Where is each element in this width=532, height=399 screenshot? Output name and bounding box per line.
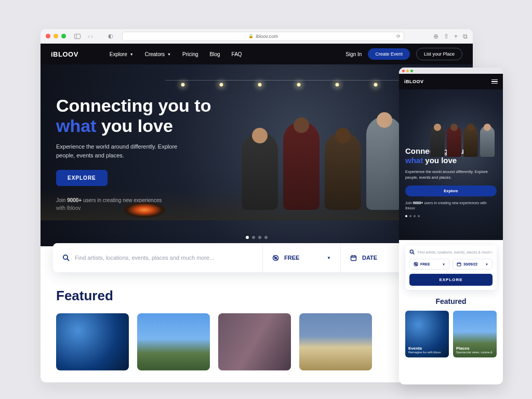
search-input[interactable] <box>418 250 493 254</box>
featured-heading: Featured <box>405 297 497 305</box>
featured-heading: Featured <box>56 288 457 304</box>
svg-rect-0 <box>75 34 81 38</box>
traffic-lights <box>46 34 66 38</box>
people-graphic <box>426 105 499 157</box>
search-icon <box>409 249 415 255</box>
mobile-hero: Connecting you to what you love Experien… <box>399 89 503 240</box>
mobile-browser-window: iBLOOV Connecting you to what you love E… <box>399 68 503 384</box>
search-input-cell[interactable] <box>53 243 263 272</box>
hero-subtext: Experience the world around differently.… <box>405 169 497 180</box>
calendar-icon <box>457 262 461 267</box>
hero-join-text: Join 9000+ users in creating new experie… <box>405 201 497 211</box>
featured-card[interactable] <box>137 313 210 370</box>
browser-chrome: ‹ › ◐ 🔒 ibloov.com ⟳ ⊕ ⇧ + ⧉ <box>41 29 473 44</box>
search-icon <box>62 254 70 261</box>
featured-card-places[interactable]: PlacesSpectacular views, cuisine & <box>453 311 497 357</box>
featured-card[interactable] <box>56 313 129 370</box>
calendar-icon <box>350 255 357 261</box>
download-icon[interactable]: ⊕ <box>433 33 438 40</box>
browser-toolbar-right: ⊕ ⇧ + ⧉ <box>433 33 468 40</box>
maximize-icon[interactable] <box>410 70 413 72</box>
hero-pager[interactable] <box>405 215 497 217</box>
menu-icon[interactable] <box>491 79 498 84</box>
new-tab-icon[interactable]: + <box>454 33 458 40</box>
pager-dot[interactable] <box>252 236 255 239</box>
nav-creators[interactable]: Creators▼ <box>145 51 171 57</box>
hero-subtext: Experience the world around differently.… <box>56 142 191 159</box>
svg-rect-16 <box>457 263 461 266</box>
chevron-down-icon: ▼ <box>442 263 445 266</box>
sidebar-toggle-icon[interactable] <box>74 34 81 39</box>
url-bar[interactable]: ◐ 🔒 ibloov.com ⟳ <box>122 32 404 41</box>
site-nav: iBLOOV Explore▼ Creators▼ Pricing Blog F… <box>41 44 473 64</box>
tabs-icon[interactable]: ⧉ <box>463 33 468 40</box>
pager-dot[interactable] <box>405 215 407 217</box>
mobile-search: FREE ▼ 30/09/22 ▼ EXPLORE <box>405 245 497 290</box>
pager-dot[interactable] <box>414 215 416 217</box>
featured-cards <box>56 313 457 370</box>
featured-card[interactable] <box>218 313 291 370</box>
nav-arrows: ‹ › <box>88 33 93 40</box>
pager-dot[interactable] <box>258 236 261 239</box>
close-icon[interactable] <box>402 70 405 72</box>
svg-line-3 <box>67 259 69 260</box>
chevron-down-icon: ▼ <box>485 263 488 266</box>
featured-card-events[interactable]: EventsReimagine fun with ibloov <box>405 311 449 357</box>
close-icon[interactable] <box>46 34 50 38</box>
hero-cta-button[interactable]: Explore <box>405 185 497 196</box>
pager-dot[interactable] <box>264 236 268 239</box>
pager-dot[interactable] <box>409 215 411 217</box>
list-place-button[interactable]: List your Place <box>416 48 462 60</box>
mobile-browser-chrome <box>399 68 503 74</box>
refresh-icon[interactable]: ⟳ <box>396 34 401 39</box>
nav-right: Sign In Create Event List your Place <box>345 48 462 60</box>
date-filter[interactable]: 30/09/22 ▼ <box>453 259 493 270</box>
hero-cta-button[interactable]: EXPLORE <box>56 170 108 186</box>
chevron-down-icon: ▼ <box>327 256 331 260</box>
lock-icon: 🔒 <box>248 34 254 38</box>
search-input-cell[interactable] <box>409 249 493 255</box>
nav-explore[interactable]: Explore▼ <box>110 51 134 57</box>
target-icon <box>414 262 418 267</box>
featured-card[interactable] <box>299 313 372 370</box>
svg-line-12 <box>413 253 414 254</box>
search-submit-button[interactable]: EXPLORE <box>409 274 493 286</box>
url-host: ibloov.com <box>256 34 277 39</box>
sign-in-link[interactable]: Sign In <box>345 51 362 57</box>
logo[interactable]: iBLOOV <box>404 79 424 84</box>
mobile-featured: Featured EventsReimagine fun with ibloov… <box>399 290 503 357</box>
featured-cards: EventsReimagine fun with ibloov PlacesSp… <box>405 311 497 357</box>
pager-dot[interactable] <box>246 236 249 239</box>
pager-dot[interactable] <box>418 215 420 217</box>
back-icon[interactable]: ‹ <box>88 33 90 40</box>
chevron-down-icon: ▼ <box>167 52 171 56</box>
share-icon[interactable]: ⇧ <box>444 33 449 40</box>
create-event-button[interactable]: Create Event <box>368 48 410 60</box>
price-filter[interactable]: FREE ▼ <box>409 259 449 270</box>
minimize-icon[interactable] <box>54 34 58 38</box>
minimize-icon[interactable] <box>406 70 409 72</box>
logo[interactable]: iBLOOV <box>51 50 78 58</box>
target-icon <box>272 255 279 261</box>
hero-pager[interactable] <box>246 236 268 239</box>
nav-pricing[interactable]: Pricing <box>182 51 198 57</box>
chevron-down-icon: ▼ <box>130 52 134 56</box>
firepit-graphic <box>124 202 165 218</box>
price-filter[interactable]: FREE ▼ <box>263 243 341 272</box>
nav-items: Explore▼ Creators▼ Pricing Blog FAQ <box>110 51 242 57</box>
mobile-nav: iBLOOV <box>399 74 503 89</box>
svg-rect-7 <box>351 256 356 260</box>
maximize-icon[interactable] <box>61 34 66 38</box>
nav-faq[interactable]: FAQ <box>232 51 242 57</box>
forward-icon[interactable]: › <box>91 33 93 40</box>
search-input[interactable] <box>75 255 253 261</box>
nav-blog[interactable]: Blog <box>210 51 220 57</box>
shield-icon[interactable]: ◐ <box>108 33 113 39</box>
